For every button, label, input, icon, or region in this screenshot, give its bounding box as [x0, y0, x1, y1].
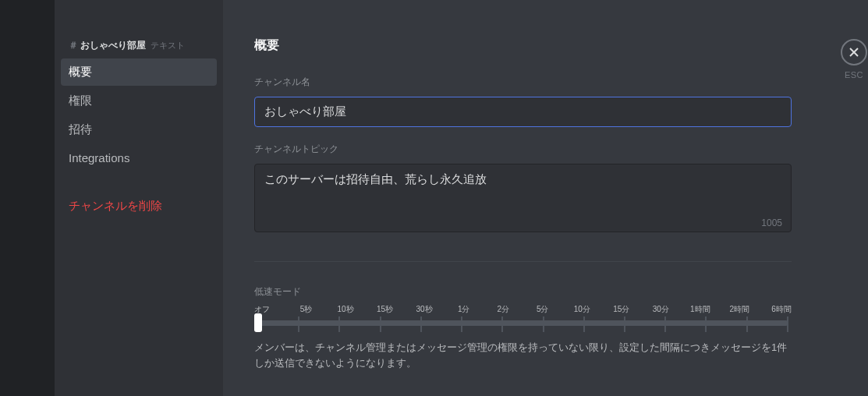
sidebar-item-invites[interactable]: 招待 [61, 116, 217, 143]
tick-label: 1時間 [688, 305, 713, 313]
tick-label: 5分 [530, 305, 555, 313]
tick-label: 15秒 [373, 305, 398, 313]
slowmode-help: メンバーは、チャンネル管理またはメッセージ管理の権限を持っていない限り、設定した… [254, 340, 792, 370]
sidebar-channel-type: テキスト [151, 41, 185, 50]
sidebar-channel-name: おしゃべり部屋 [80, 40, 146, 51]
slider-handle[interactable] [254, 313, 262, 332]
channel-topic-label: チャンネルトピック [254, 143, 792, 156]
tick-label: 30秒 [412, 305, 437, 313]
page-title: 概要 [254, 37, 792, 54]
tick-label: オフ [254, 305, 279, 313]
tick-label: 10分 [569, 305, 594, 313]
tick-label: 15分 [609, 305, 634, 313]
slowmode-label: 低速モード [254, 285, 792, 299]
settings-sidebar: ＃ おしゃべり部屋 テキスト 概要 権限 招待 Integrations チャン… [55, 0, 223, 396]
sidebar-item-overview[interactable]: 概要 [61, 58, 217, 86]
tick-label: 5秒 [294, 305, 319, 313]
tick-label: 6時間 [767, 305, 792, 313]
tick-label: 2分 [491, 305, 515, 313]
close-label: ESC [838, 70, 868, 80]
slowmode-ticks: オフ 5秒 10秒 15秒 30秒 1分 2分 5分 10分 15分 30分 1… [254, 305, 792, 313]
app-gutter [0, 0, 55, 396]
hash-icon: ＃ [69, 40, 78, 51]
sidebar-item-label: 概要 [69, 65, 92, 78]
slowmode-slider[interactable] [257, 318, 788, 324]
main-content: ESC 概要 チャンネル名 チャンネルトピック 1005 低速モード オフ 5秒… [223, 0, 868, 396]
close-button[interactable] [841, 39, 867, 65]
topic-charcount: 1005 [761, 217, 782, 228]
sidebar-item-permissions[interactable]: 権限 [61, 87, 217, 115]
tick-label: 2時間 [727, 305, 752, 313]
tick-label: 1分 [452, 305, 477, 313]
tick-label: 30分 [648, 305, 673, 313]
section-divider [254, 261, 792, 262]
sidebar-item-label: チャンネルを削除 [69, 199, 162, 212]
close-button-wrap: ESC [838, 39, 868, 80]
sidebar-item-label: 権限 [69, 94, 92, 107]
channel-name-input[interactable] [254, 97, 792, 127]
close-icon [848, 46, 860, 58]
tick-label: 10秒 [333, 305, 358, 313]
sidebar-item-label: 招待 [69, 122, 92, 136]
sidebar-item-integrations[interactable]: Integrations [61, 145, 217, 171]
channel-name-label: チャンネル名 [254, 76, 792, 89]
sidebar-item-label: Integrations [69, 151, 129, 164]
sidebar-delete-channel[interactable]: チャンネルを削除 [61, 193, 217, 220]
sidebar-header: ＃ おしゃべり部屋 テキスト [61, 39, 217, 58]
channel-topic-input[interactable] [254, 164, 792, 232]
